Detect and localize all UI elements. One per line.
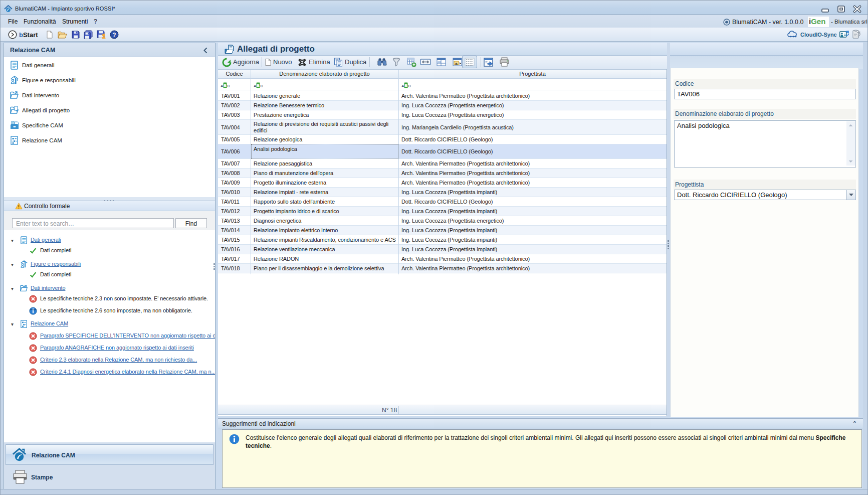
- svg-text:C: C: [228, 84, 230, 88]
- svg-text:C: C: [408, 84, 411, 88]
- svg-text:a: a: [455, 61, 458, 66]
- svg-text:A: A: [221, 84, 224, 88]
- svg-text:A: A: [401, 84, 404, 88]
- svg-text:?: ?: [112, 32, 116, 39]
- svg-text:A: A: [254, 84, 257, 88]
- svg-text:C: C: [261, 84, 263, 88]
- svg-text:B: B: [404, 83, 407, 88]
- svg-text:B: B: [257, 83, 260, 88]
- svg-text:B: B: [224, 83, 227, 88]
